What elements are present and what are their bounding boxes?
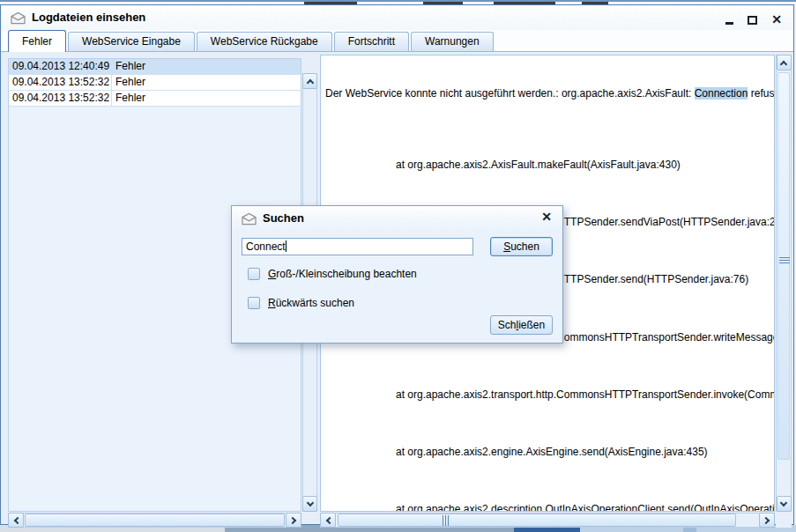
tab[interactable]: Fortschritt [334, 32, 409, 51]
checkbox-label[interactable]: Rückwärts suchen [268, 297, 354, 309]
table-scroll-down-button[interactable] [302, 496, 317, 512]
tab[interactable]: WebService Rückgabe [197, 32, 332, 51]
mail-icon [241, 212, 257, 225]
maximize-icon [748, 16, 757, 25]
table-row[interactable]: 09.04.2013 13:52:32 Fehler [9, 75, 301, 91]
checkbox-case-sensitive[interactable] [248, 268, 260, 280]
label-mnemonic: G [268, 268, 276, 280]
titlebar[interactable]: Logdateien einsehen ✕ [1, 5, 793, 30]
chevron-up-icon [306, 78, 313, 85]
cell-zeit: 09.04.2013 12:40:49 [9, 59, 112, 74]
close-icon: ✕ [541, 210, 552, 224]
trace-vertical-scrollbar[interactable] [776, 55, 792, 512]
dialog-close-button[interactable]: ✕ [541, 210, 552, 224]
trace-scroll-left-button[interactable] [320, 513, 336, 528]
tab[interactable]: Warnungen [411, 32, 494, 51]
dialog-title: Suchen [263, 211, 304, 225]
label-text: roß-/Kleinscheibung beachten [276, 268, 416, 280]
scrollbar-grip-icon [779, 257, 790, 264]
stack-trace-first-line: Der WebService konnte nicht ausgeführt w… [325, 86, 774, 100]
table-hscroll-thumb[interactable] [25, 514, 285, 527]
cell-zeit: 09.04.2013 13:52:32 [9, 75, 112, 90]
chevron-left-icon [13, 516, 20, 523]
background-window-border [0, 0, 796, 2]
table-scroll-left-button[interactable] [8, 513, 24, 528]
stack-trace-line: at org.apache.axis2.description.OutInAxi… [325, 502, 774, 512]
maximize-button[interactable] [742, 12, 762, 27]
trace-vscroll-thumb[interactable] [777, 72, 790, 460]
cell-zeit: 09.04.2013 13:52:32 [9, 91, 112, 106]
trace-text: refused: connect [748, 87, 774, 100]
button-label: uchen [510, 240, 539, 253]
button-mnemonic: S [503, 240, 510, 253]
dialog-titlebar[interactable]: Suchen ✕ [232, 206, 562, 231]
trace-scroll-up-button[interactable] [777, 55, 792, 70]
tab[interactable]: Fehler [8, 30, 66, 52]
search-dialog: Suchen ✕ Connect Suchen Groß-/Kleinschei… [231, 205, 563, 344]
stack-trace-line: at org.apache.axis2.AxisFault.makeFault(… [325, 158, 774, 172]
minimize-button[interactable] [719, 12, 739, 27]
chevron-right-icon [763, 516, 770, 523]
table-scroll-right-button[interactable] [286, 513, 301, 528]
table-scroll-up-button[interactable] [302, 73, 317, 89]
window-title: Logdateien einsehen [32, 11, 145, 24]
cell-typ: Fehler [112, 91, 301, 106]
close-button[interactable]: ✕ [767, 12, 786, 27]
screen: Logdateien einsehen ✕ Fehler WebService … [0, 0, 796, 532]
chevron-left-icon [325, 516, 332, 523]
chevron-down-icon [780, 499, 787, 506]
checkbox-search-backwards[interactable] [248, 297, 260, 309]
close-dialog-button[interactable]: Schließen [490, 315, 553, 335]
close-icon: ✕ [771, 12, 782, 26]
search-match-highlight: Connection [695, 87, 748, 100]
button-label: Sch [498, 319, 517, 331]
stack-trace-line: at org.apache.axis2.engine.AxisEngine.se… [325, 445, 774, 459]
table-row[interactable]: 09.04.2013 13:52:32 Fehler [9, 91, 301, 107]
chevron-down-icon [306, 499, 313, 506]
trace-scroll-right-button[interactable] [759, 513, 775, 528]
stack-trace-line: at org.apache.axis2.transport.http.Commo… [325, 388, 774, 402]
tab[interactable]: WebService Eingabe [68, 32, 195, 51]
chevron-right-icon [289, 516, 296, 523]
cell-typ: Fehler [112, 75, 301, 90]
search-button[interactable]: Suchen [490, 237, 553, 256]
label-mnemonic: R [268, 297, 276, 309]
trace-text: Der WebService konnte nicht ausgeführt w… [325, 87, 695, 100]
text-caret [286, 240, 286, 252]
table-horizontal-scrollbar[interactable] [8, 513, 301, 528]
cell-typ: Fehler [112, 59, 301, 74]
chevron-up-icon [780, 60, 787, 67]
tab-bar: Fehler WebService Eingabe WebService Rüc… [1, 30, 793, 52]
scrollbar-corner [776, 513, 792, 528]
table-row[interactable]: 09.04.2013 12:40:49 Fehler [9, 59, 301, 75]
scrollbar-grip-icon [443, 515, 450, 526]
search-input[interactable]: Connect [242, 238, 473, 255]
mail-icon [10, 11, 26, 25]
trace-horizontal-scrollbar[interactable] [320, 513, 775, 528]
checkbox-label[interactable]: Groß-/Kleinscheibung beachten [268, 268, 417, 280]
trace-hscroll-thumb[interactable] [338, 514, 736, 527]
search-input-value: Connect [246, 240, 286, 253]
minimize-icon [725, 22, 733, 25]
button-label: ießen [518, 319, 545, 331]
trace-scroll-down-button[interactable] [777, 496, 792, 512]
label-text: ückwärts suchen [276, 297, 354, 309]
table-body: 09.04.2013 12:40:49 Fehler 09.04.2013 13… [9, 59, 301, 107]
